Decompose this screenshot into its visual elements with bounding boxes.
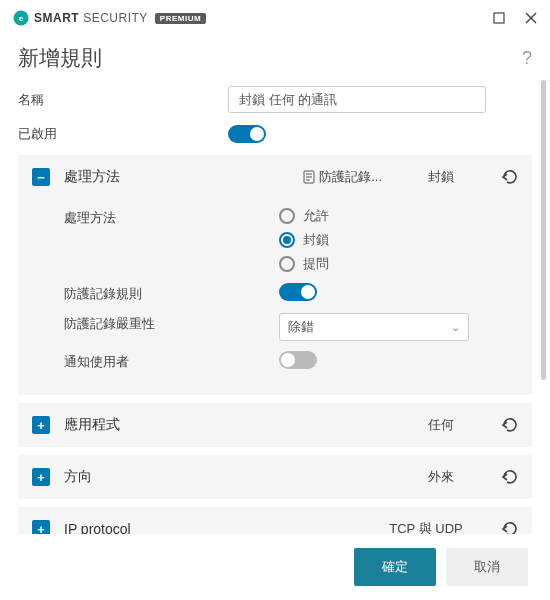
severity-select[interactable]: 除錯 ⌄ [279, 313, 469, 341]
enabled-toggle[interactable] [228, 125, 266, 143]
panel-action-summary-action: 封鎖 [406, 168, 476, 186]
brand-bold: SMART [34, 11, 79, 25]
action-method-label: 處理方法 [64, 207, 279, 227]
chevron-down-icon: ⌄ [451, 321, 460, 334]
panel-action-title: 處理方法 [64, 168, 254, 186]
brand-light: SECURITY [83, 11, 148, 25]
scrollbar[interactable] [541, 80, 546, 380]
panel-action-body: 處理方法 允許 封鎖 提問 防護記錄規則 防護記錄嚴重性 除錯 ⌄ [32, 189, 518, 385]
expand-icon[interactable]: + [32, 416, 50, 434]
panel-action: − 處理方法 防護記錄... 封鎖 處理方法 允許 封鎖 提問 [18, 155, 532, 395]
page-title: 新增規則 [18, 44, 102, 72]
titlebar: e SMART SECURITY PREMIUM [0, 0, 550, 36]
footer: 確定 取消 [0, 534, 550, 600]
content-area: 名稱 已啟用 − 處理方法 防護記錄... 封鎖 處理方法 允許 [0, 86, 550, 554]
radio-allow[interactable]: 允許 [279, 207, 518, 225]
log-rule-row: 防護記錄規則 [64, 283, 518, 303]
log-icon [303, 170, 315, 184]
enabled-label: 已啟用 [18, 125, 228, 143]
collapse-icon[interactable]: − [32, 168, 50, 186]
header: 新增規則 ? [0, 36, 550, 86]
severity-row: 防護記錄嚴重性 除錯 ⌄ [64, 313, 518, 341]
panel-action-header[interactable]: − 處理方法 防護記錄... 封鎖 [32, 165, 518, 189]
severity-label: 防護記錄嚴重性 [64, 313, 279, 333]
notify-row: 通知使用者 [64, 351, 518, 371]
action-radio-group: 允許 封鎖 提問 [279, 207, 518, 273]
close-button[interactable] [524, 11, 538, 25]
radio-ask[interactable]: 提問 [279, 255, 518, 273]
help-button[interactable]: ? [522, 48, 532, 69]
ok-button[interactable]: 確定 [354, 548, 436, 586]
undo-button[interactable] [500, 469, 518, 485]
name-row: 名稱 [18, 86, 532, 113]
panel-action-summary-log[interactable]: 防護記錄... [303, 168, 382, 186]
panel-app-title: 應用程式 [64, 416, 254, 434]
maximize-button[interactable] [492, 11, 506, 25]
log-rule-label: 防護記錄規則 [64, 283, 279, 303]
brand: e SMART SECURITY PREMIUM [12, 9, 206, 27]
svg-rect-2 [494, 13, 504, 23]
brand-logo: e [12, 9, 30, 27]
panel-app: + 應用程式 任何 [18, 403, 532, 447]
radio-block-label: 封鎖 [303, 231, 329, 249]
panel-app-summary: 任何 [406, 416, 476, 434]
panel-direction-header[interactable]: + 方向 外來 [32, 465, 518, 489]
name-label: 名稱 [18, 91, 228, 109]
panel-direction-summary: 外來 [406, 468, 476, 486]
panel-direction: + 方向 外來 [18, 455, 532, 499]
expand-icon[interactable]: + [32, 468, 50, 486]
name-input[interactable] [228, 86, 486, 113]
enabled-row: 已啟用 [18, 125, 532, 143]
undo-button[interactable] [500, 169, 518, 185]
cancel-button[interactable]: 取消 [446, 548, 528, 586]
undo-button[interactable] [500, 417, 518, 433]
severity-value: 除錯 [288, 318, 314, 336]
radio-allow-label: 允許 [303, 207, 329, 225]
panel-action-summary-log-text: 防護記錄... [319, 168, 382, 186]
log-rule-toggle[interactable] [279, 283, 317, 301]
notify-toggle[interactable] [279, 351, 317, 369]
radio-ask-label: 提問 [303, 255, 329, 273]
svg-text:e: e [19, 14, 23, 23]
action-method-row: 處理方法 允許 封鎖 提問 [64, 207, 518, 273]
notify-label: 通知使用者 [64, 351, 279, 371]
panel-app-header[interactable]: + 應用程式 任何 [32, 413, 518, 437]
radio-block[interactable]: 封鎖 [279, 231, 518, 249]
brand-badge: PREMIUM [155, 13, 206, 24]
panel-direction-title: 方向 [64, 468, 254, 486]
